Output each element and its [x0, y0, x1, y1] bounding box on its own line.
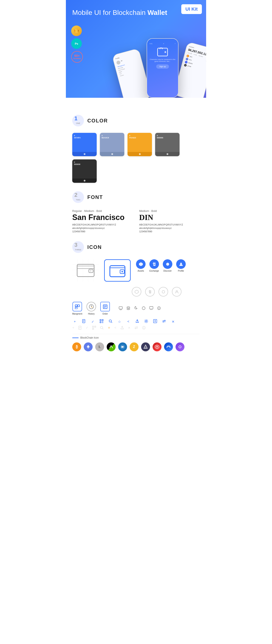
section-2-circle: 2 TWO [72, 191, 84, 203]
svg-point-16 [90, 270, 92, 272]
close-icon: ✕ [170, 320, 176, 324]
utility-icons-inactive: + ✓ ★ < ✕ [72, 326, 200, 330]
din-style: Medium · Bold [139, 209, 200, 212]
order-icon-item: Order [100, 302, 110, 315]
nav-discover: Discover [163, 259, 172, 272]
color-swatches: #3574FA #8DA0C8 #F5A623 #666666 [72, 133, 200, 183]
svg-marker-26 [135, 290, 138, 293]
swatch-dark: #303030 [72, 160, 97, 183]
svg-point-37 [91, 306, 92, 307]
doc-icon [81, 319, 86, 324]
polygon-icon [176, 342, 184, 351]
svg-rect-31 [75, 305, 77, 307]
swatch-slate: #8DA0C8 [100, 133, 124, 156]
svg-point-25 [180, 263, 182, 264]
svg-rect-58 [100, 322, 101, 322]
svg-point-29 [162, 290, 165, 293]
sf-uppercase: ABCDEFGHIJKLMNOPQRSTUVWXYZ [72, 224, 133, 226]
blockchain-line [72, 338, 78, 338]
svg-line-63 [111, 322, 112, 323]
upload-icon [152, 319, 158, 324]
sf-lowercase: abcdefghijklmnopqrstuvwxyz [72, 227, 133, 229]
sf-numbers: 1234567890 [72, 230, 133, 233]
svg-marker-89 [156, 346, 158, 348]
blockchain-text: BlockChain Icon [80, 336, 99, 339]
svg-point-44 [142, 307, 145, 310]
svg-line-78 [102, 328, 103, 329]
sketch-icon [71, 26, 82, 36]
crypto-icons-row: ₿ Ł Z [72, 342, 200, 351]
waves-icon [164, 342, 173, 351]
svg-marker-21 [139, 262, 143, 266]
din-name: DIN [139, 214, 200, 221]
svg-rect-45 [150, 306, 153, 309]
litecoin-icon: Ł [95, 342, 104, 351]
history-icon-item: History [86, 302, 96, 315]
profile-icon-outline [172, 287, 182, 296]
svg-rect-32 [78, 305, 80, 307]
zcash-icon: Z [130, 342, 138, 351]
section-3-circle: 3 THREE [72, 241, 84, 253]
photoshop-icon: Ps [71, 38, 82, 49]
exchange-icon-outline [145, 287, 155, 296]
info-icon [156, 306, 161, 311]
ark-icon [152, 342, 162, 351]
stack-icon [126, 306, 131, 311]
moon-icon [134, 306, 138, 311]
dash-icon [118, 342, 127, 351]
circle-icon [141, 306, 146, 311]
assets-icon [136, 259, 146, 269]
ui-kit-badge: UI Kit [181, 4, 202, 14]
font-examples: Regular · Medium · Bold San Francisco AB… [72, 209, 200, 233]
swatch-gray: #666666 [155, 133, 180, 156]
din-lowercase: abcdefghijklmnopqrstuvwxyz [139, 227, 200, 229]
nav-icons-inactive [132, 287, 200, 296]
icon-section-title: ICON [87, 244, 102, 250]
speech-bubble-icon [149, 306, 154, 311]
labeled-icons-row: Mangment History [72, 302, 200, 315]
svg-point-20 [122, 271, 123, 272]
discover-icon-outline [158, 287, 168, 296]
misc-icons-row1 [118, 306, 161, 311]
din-numbers: 1234567890 [139, 230, 200, 233]
neo-icon [107, 342, 116, 351]
font-section-title: FONT [87, 194, 103, 200]
icon-examples: Assets Exchange [72, 259, 200, 351]
font-section-header: 2 TWO FONT [72, 191, 200, 203]
svg-rect-76 [93, 328, 93, 329]
blockchain-label: BlockChain Icon [72, 336, 200, 339]
sf-name: San Francisco [72, 214, 133, 221]
svg-point-24 [166, 263, 169, 266]
phone-mockups: Profile All Management Message Real Esta… [117, 38, 206, 98]
swatch-orange: #F5A623 [128, 133, 152, 156]
bitcoin-icon: ₿ [72, 342, 81, 351]
assets-icon-outline [132, 287, 141, 296]
phone-center: 9:41 ✕ + Character may be mastered in th… [146, 38, 178, 98]
svg-rect-14 [77, 266, 94, 268]
order-icon [100, 302, 110, 311]
chat-icon [118, 306, 123, 311]
svg-point-65 [146, 320, 147, 322]
phone-left: Profile All Management Message Real Esta… [112, 48, 152, 98]
svg-rect-42 [119, 307, 122, 309]
svg-point-43 [127, 307, 130, 308]
star-icon: ☆ [117, 320, 122, 324]
swap-icon [162, 319, 166, 324]
nav-assets: Assets [136, 259, 146, 272]
nav-icons-active: Assets Exchange [136, 259, 186, 272]
svg-point-82 [144, 327, 144, 327]
nav-profile: Profile [176, 259, 186, 272]
search-icon [108, 319, 113, 324]
din-uppercase: ABCDEFGHIJKLMNOPQRSTUVWXYZ [139, 224, 200, 226]
swatch-blue: #3574FA [72, 133, 97, 156]
icon-section-header: 3 THREE ICON [72, 241, 200, 253]
svg-rect-74 [95, 326, 96, 327]
iota-icon [141, 342, 150, 351]
hero-section: Mobile UI for Blockchain Wallet UI Kit P… [66, 0, 206, 98]
svg-rect-72 [93, 326, 93, 327]
screens-badge: 60+ Screens [71, 51, 83, 63]
management-icon [72, 302, 82, 311]
hero-icons: Ps 60+ Screens [71, 26, 83, 63]
nav-exchange: Exchange [150, 259, 159, 272]
svg-rect-56 [102, 320, 103, 320]
